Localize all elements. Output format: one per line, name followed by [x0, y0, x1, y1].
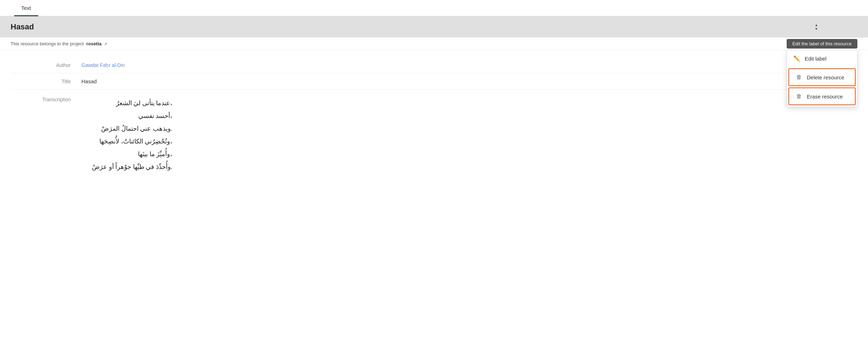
trash-icon: 🗑: [795, 74, 803, 80]
dropdown-menu: ✏️ Edit label 🗑 Delete resource 🗑 Erase …: [787, 50, 857, 107]
transcription-content: ،عندما يتأتى ليَ الشعرُ ،أحسد نفسي .ويذه…: [92, 97, 172, 173]
transcription-line-6: .وأُحدِّدَ في طيِّها جوْهراً أو عرَضْ: [92, 160, 172, 173]
project-info: This resource belongs to the project ros…: [11, 41, 107, 46]
header-actions: ▲ ▼: [811, 21, 857, 33]
sort-icon: ▲ ▼: [815, 23, 818, 31]
content-area: Author Ġawdat Faḥr al-Din Title Hasad Tr…: [0, 50, 868, 187]
dropdown-container: Edit the label of this resource ✏️ Edit …: [787, 39, 857, 107]
share-button[interactable]: [828, 21, 840, 33]
transcription-line-3: .ويذهب عني احتمالُ المرَضْ: [92, 122, 172, 135]
delete-resource-text: Delete resource: [807, 74, 844, 80]
edit-label-item[interactable]: ✏️ Edit label: [787, 50, 857, 67]
erase-icon: 🗑: [795, 93, 803, 100]
erase-resource-text: Erase resource: [807, 94, 843, 100]
edit-label-text: Edit label: [805, 56, 827, 62]
author-row: Author Ġawdat Faḥr al-Din: [11, 57, 857, 73]
external-link-icon: ↗: [104, 42, 107, 46]
author-label: Author: [11, 62, 81, 68]
transcription-section: Transcription ،عندما يتأتى ليَ الشعرُ ،أ…: [11, 90, 857, 180]
project-link[interactable]: rosetta: [86, 41, 102, 46]
transcription-line-1: ،عندما يتأتى ليَ الشعرُ: [92, 97, 172, 109]
lock-button[interactable]: [846, 21, 857, 33]
resource-subheader: This resource belongs to the project ros…: [0, 38, 868, 50]
erase-resource-item[interactable]: 🗑 Erase resource: [788, 87, 856, 105]
tab-text[interactable]: Text: [14, 0, 38, 16]
author-value[interactable]: Ġawdat Faḥr al-Din: [81, 62, 125, 68]
transcription-line-5: ،وأُميِّزَ ما بينَها: [92, 148, 172, 160]
transcription-label: Transcription: [11, 97, 81, 173]
sort-button[interactable]: ▲ ▼: [811, 21, 822, 33]
resource-title: Hasad: [11, 22, 34, 32]
title-row: Title Hasad: [11, 73, 857, 90]
title-label: Title: [11, 79, 81, 84]
resource-header: Hasad ▲ ▼: [0, 16, 868, 38]
transcription-line-4: ،وتُحْضِرُني الكائناتُ، لأُنصِحَها: [92, 135, 172, 148]
tooltip-label: Edit the label of this resource: [787, 39, 857, 49]
title-value: Hasad: [81, 78, 97, 84]
project-text: This resource belongs to the project: [11, 41, 84, 46]
transcription-line-2: ،أحسد نفسي: [92, 109, 172, 122]
delete-resource-item[interactable]: 🗑 Delete resource: [788, 68, 856, 86]
tab-bar: Text: [0, 0, 868, 16]
pencil-icon: ✏️: [793, 55, 800, 62]
